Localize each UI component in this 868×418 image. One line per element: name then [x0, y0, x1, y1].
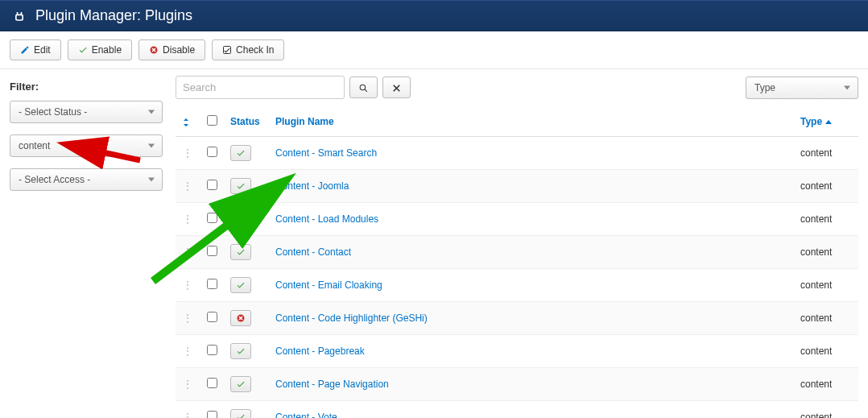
plugin-type-cell: content	[794, 137, 858, 170]
plugin-type-cell: content	[794, 368, 858, 401]
check-icon	[236, 412, 246, 418]
table-row: ⋮Content - Load Modulescontent	[176, 203, 858, 236]
type-filter-wrap: content	[10, 135, 163, 157]
table-row: ⋮Content - Pagebreakcontent	[176, 335, 858, 368]
drag-handle-icon[interactable]: ⋮	[182, 312, 194, 325]
plugin-type-cell: content	[794, 170, 858, 203]
row-checkbox[interactable]	[207, 378, 217, 388]
status-enabled-button[interactable]	[230, 178, 251, 194]
access-filter-select[interactable]: - Select Access -	[10, 168, 163, 191]
col-order[interactable]	[176, 107, 200, 137]
status-enabled-button[interactable]	[230, 145, 251, 161]
plugin-name-link[interactable]: Content - Page Navigation	[275, 379, 389, 390]
top-controls: Type	[176, 76, 858, 99]
pencil-icon	[20, 45, 30, 55]
plugin-type-cell: content	[794, 203, 858, 236]
status-filter-select[interactable]: - Select Status -	[10, 101, 163, 123]
cancel-icon	[149, 45, 159, 55]
status-enabled-button[interactable]	[230, 376, 251, 392]
table-row: ⋮Content - Email Cloakingcontent	[176, 269, 858, 302]
status-enabled-button[interactable]	[230, 343, 251, 359]
checkin-button[interactable]: Check In	[212, 39, 284, 60]
drag-handle-icon[interactable]: ⋮	[182, 411, 194, 418]
type-filter-select[interactable]: content	[10, 135, 163, 157]
plugin-name-link[interactable]: Content - Load Modules	[275, 213, 378, 225]
plugin-name-link[interactable]: Content - Joomla	[275, 180, 349, 192]
col-checkbox	[200, 107, 224, 137]
plugin-name-link[interactable]: Content - Email Cloaking	[275, 279, 382, 291]
toolbar: Edit Enable Disable Check In	[0, 31, 868, 69]
check-icon	[236, 280, 246, 290]
filter-sidebar: Filter: - Select Status - content - Sele…	[10, 76, 163, 418]
sort-arrows-icon	[182, 118, 190, 127]
plugin-type-cell: content	[794, 335, 858, 368]
drag-handle-icon[interactable]: ⋮	[182, 345, 194, 358]
plugin-type-cell: content	[794, 236, 858, 269]
sort-asc-icon	[825, 120, 832, 124]
row-checkbox[interactable]	[207, 411, 217, 418]
col-plugin-name[interactable]: Plugin Name	[269, 107, 794, 137]
checkin-label: Check In	[236, 44, 274, 56]
page-title: Plugin Manager: Plugins	[35, 7, 192, 24]
check-icon	[236, 379, 246, 389]
disable-button[interactable]: Disable	[138, 39, 205, 60]
filter-heading: Filter:	[10, 81, 163, 93]
status-disabled-button[interactable]	[230, 310, 251, 326]
enable-label: Enable	[92, 44, 122, 56]
enable-button[interactable]: Enable	[68, 39, 132, 60]
plugin-name-link[interactable]: Content - Pagebreak	[275, 346, 365, 357]
drag-handle-icon[interactable]: ⋮	[182, 180, 194, 192]
svg-rect-2	[224, 47, 231, 54]
plugin-name-link[interactable]: Content - Code Highlighter (GeSHi)	[275, 312, 428, 324]
plugins-table: Status Plugin Name Type ⋮Content - Smart…	[176, 107, 858, 418]
search-button[interactable]	[349, 77, 378, 98]
check-icon	[78, 45, 88, 55]
col-type[interactable]: Type	[794, 107, 858, 137]
row-checkbox[interactable]	[207, 345, 217, 355]
svg-point-3	[360, 85, 366, 90]
search-input[interactable]	[176, 76, 345, 99]
edit-button[interactable]: Edit	[10, 39, 61, 60]
drag-handle-icon[interactable]: ⋮	[182, 246, 194, 259]
check-icon	[236, 181, 246, 191]
table-row: ⋮Content - Code Highlighter (GeSHi)conte…	[176, 302, 858, 335]
plugin-icon	[11, 8, 27, 24]
check-icon	[236, 148, 246, 158]
plugin-name-link[interactable]: Content - Smart Search	[275, 147, 377, 159]
status-enabled-button[interactable]	[230, 409, 251, 418]
close-icon	[391, 83, 402, 93]
drag-handle-icon[interactable]: ⋮	[182, 147, 194, 159]
table-row: ⋮Content - Smart Searchcontent	[176, 137, 858, 170]
checkbox-icon	[222, 45, 232, 55]
type-sort-wrap: Type	[746, 77, 858, 99]
row-checkbox[interactable]	[207, 279, 217, 289]
status-enabled-button[interactable]	[230, 211, 251, 227]
plugin-name-link[interactable]: Content - Vote	[275, 412, 337, 418]
type-sort-select[interactable]: Type	[746, 77, 858, 99]
cancel-icon	[236, 313, 246, 323]
table-row: ⋮Content - Votecontent	[176, 401, 858, 419]
page-header: Plugin Manager: Plugins	[0, 0, 868, 31]
row-checkbox[interactable]	[207, 147, 217, 157]
edit-label: Edit	[34, 44, 51, 56]
drag-handle-icon[interactable]: ⋮	[182, 213, 194, 226]
col-status[interactable]: Status	[224, 107, 269, 137]
row-checkbox[interactable]	[207, 180, 217, 190]
table-row: ⋮Content - Page Navigationcontent	[176, 368, 858, 401]
row-checkbox[interactable]	[207, 312, 217, 322]
table-row: ⋮Content - Joomlacontent	[176, 170, 858, 203]
disable-label: Disable	[163, 44, 195, 56]
plugin-name-link[interactable]: Content - Contact	[275, 246, 351, 258]
row-checkbox[interactable]	[207, 213, 217, 223]
plugin-type-cell: content	[794, 269, 858, 302]
drag-handle-icon[interactable]: ⋮	[182, 279, 194, 292]
clear-search-button[interactable]	[382, 77, 411, 98]
select-all-checkbox[interactable]	[207, 115, 217, 126]
access-filter-wrap: - Select Access -	[10, 168, 163, 191]
drag-handle-icon[interactable]: ⋮	[182, 378, 194, 391]
status-enabled-button[interactable]	[230, 277, 251, 293]
row-checkbox[interactable]	[207, 246, 217, 256]
status-enabled-button[interactable]	[230, 244, 251, 260]
status-filter-wrap: - Select Status -	[10, 101, 163, 123]
svg-rect-0	[16, 14, 23, 20]
